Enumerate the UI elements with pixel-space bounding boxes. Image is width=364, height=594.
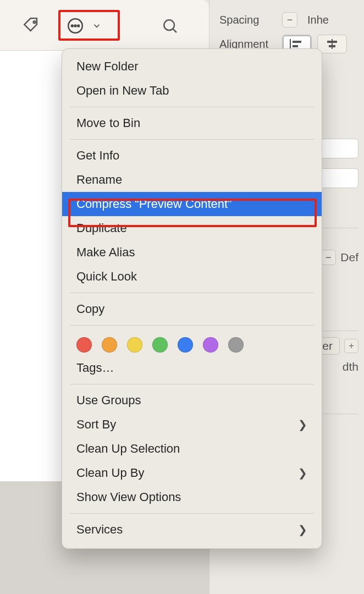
svg-rect-3	[332, 39, 333, 49]
menu-make-alias[interactable]: Make Alias	[62, 240, 322, 265]
menu-clean-up-by-label: Clean Up By	[76, 466, 145, 480]
svg-rect-4	[327, 41, 337, 43]
menu-move-to-bin-label: Move to Bin	[76, 116, 140, 130]
menu-new-folder[interactable]: New Folder	[62, 54, 322, 79]
svg-rect-1	[293, 41, 301, 43]
menu-clean-up-by[interactable]: Clean Up By❯	[62, 461, 322, 485]
chevron-right-icon: ❯	[298, 466, 307, 480]
menu-show-view-options-label: Show View Options	[76, 490, 181, 504]
menu-use-groups[interactable]: Use Groups	[62, 388, 322, 413]
menu-divider	[70, 325, 314, 326]
svg-rect-2	[293, 45, 298, 47]
menu-compress-label: Compress “Preview Content”	[76, 197, 231, 211]
tag-color-gray[interactable]	[228, 337, 244, 353]
tag-color-red[interactable]	[76, 337, 92, 353]
tag-color-yellow[interactable]	[127, 337, 142, 353]
menu-services[interactable]: Services❯	[62, 518, 322, 542]
menu-copy[interactable]: Copy	[62, 297, 322, 321]
menu-duplicate-label: Duplicate	[76, 221, 127, 235]
menu-open-new-tab-label: Open in New Tab	[76, 84, 169, 98]
menu-services-label: Services	[76, 522, 123, 537]
menu-sort-by[interactable]: Sort By❯	[62, 413, 322, 437]
svg-rect-0	[290, 39, 291, 49]
menu-compress[interactable]: Compress “Preview Content”	[62, 192, 322, 216]
menu-copy-label: Copy	[76, 302, 104, 316]
menu-duplicate[interactable]: Duplicate	[62, 216, 322, 240]
chevron-right-icon: ❯	[298, 523, 307, 536]
menu-use-groups-label: Use Groups	[76, 393, 141, 408]
context-menu: New Folder Open in New Tab Move to Bin G…	[62, 48, 322, 549]
spacing-stepper-minus[interactable]: −	[282, 12, 297, 28]
default-stepper-minus[interactable]: −	[321, 250, 336, 265]
tag-color-purple[interactable]	[203, 337, 218, 353]
annotation-box-toolbar	[58, 10, 120, 41]
menu-tags-label: Tags…	[76, 361, 114, 375]
menu-quick-look[interactable]: Quick Look	[62, 265, 322, 289]
width-value: dth	[343, 360, 359, 373]
menu-clean-up-selection[interactable]: Clean Up Selection	[62, 437, 322, 461]
menu-divider	[70, 139, 314, 140]
menu-rename[interactable]: Rename	[62, 168, 322, 192]
menu-show-view-options[interactable]: Show View Options	[62, 485, 322, 509]
menu-new-folder-label: New Folder	[76, 59, 138, 74]
tag-color-orange[interactable]	[102, 337, 117, 353]
menu-divider	[70, 384, 314, 384]
spacing-row: Spacing − Inhe	[219, 8, 359, 32]
menu-make-alias-label: Make Alias	[76, 245, 135, 260]
menu-get-info[interactable]: Get Info	[62, 144, 322, 168]
menu-open-new-tab[interactable]: Open in New Tab	[62, 79, 322, 103]
align-center-button[interactable]	[317, 35, 347, 53]
menu-sort-by-label: Sort By	[76, 417, 116, 432]
menu-divider	[70, 293, 314, 293]
svg-rect-5	[329, 45, 335, 47]
weather-add-button[interactable]: +	[344, 339, 359, 353]
spacing-value: Inhe	[307, 14, 359, 26]
menu-clean-up-selection-label: Clean Up Selection	[76, 442, 180, 456]
menu-tag-colors	[62, 329, 322, 356]
svg-point-6	[34, 21, 36, 23]
menu-quick-look-label: Quick Look	[76, 270, 137, 284]
default-value: Def	[340, 251, 359, 264]
menu-move-to-bin[interactable]: Move to Bin	[62, 111, 322, 135]
tag-color-green[interactable]	[152, 337, 168, 353]
menu-get-info-label: Get Info	[76, 148, 119, 163]
menu-divider	[70, 107, 314, 107]
menu-rename-label: Rename	[76, 173, 122, 187]
menu-tags[interactable]: Tags…	[62, 356, 322, 380]
tag-icon[interactable]	[21, 15, 42, 36]
chevron-right-icon: ❯	[298, 418, 307, 431]
menu-divider	[70, 513, 314, 514]
spacing-label: Spacing	[219, 14, 272, 26]
tag-color-blue[interactable]	[178, 337, 193, 353]
